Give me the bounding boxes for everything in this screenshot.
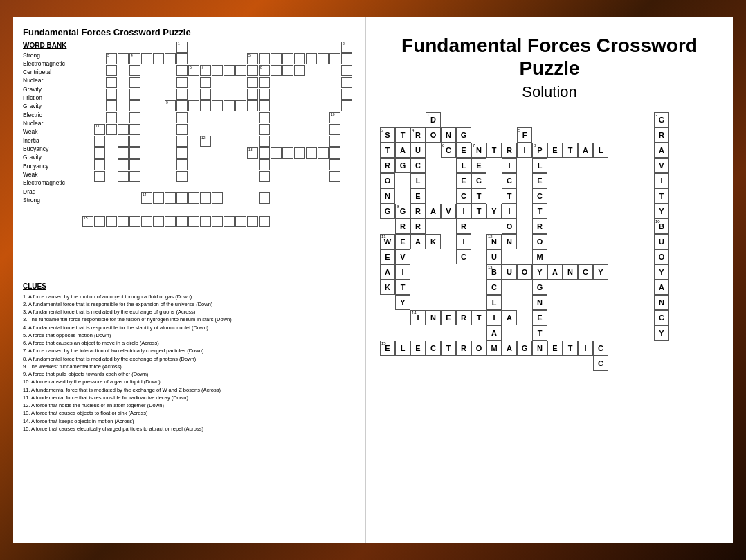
solution-title: Fundamental Forces CrosswordPuzzle: [401, 34, 698, 80]
word-bank-item: Nuclear: [23, 119, 78, 127]
panels-container: Fundamental Forces Crossword Puzzle WORD…: [13, 17, 733, 543]
word-bank-item: Gravity: [23, 153, 78, 161]
left-panel: Fundamental Forces Crossword Puzzle WORD…: [13, 17, 366, 543]
left-panel-title: Fundamental Forces Crossword Puzzle: [23, 27, 356, 37]
word-bank-item: Buoyancy: [23, 162, 78, 170]
word-bank-item: Buoyancy: [23, 145, 78, 153]
word-bank: Strong Electromagnetic Centripetal Nucle…: [23, 51, 78, 205]
clue-item: 10. A force caused by the pressure of a …: [23, 378, 356, 386]
clue-item: 14. A force that keeps objects in motion…: [23, 417, 356, 425]
clue-item: 3. The fundamental force responsible for…: [23, 316, 356, 323]
word-bank-title: WORD BANK: [23, 42, 78, 49]
word-bank-item: Weak: [23, 127, 78, 136]
word-bank-item: Inertia: [23, 136, 78, 145]
clue-item: 7. A force caused by the interaction of …: [23, 347, 356, 354]
word-bank-item: Weak: [23, 170, 78, 179]
word-bank-item: Electric: [23, 111, 78, 119]
clue-item: 4. A fundamental force that is responsib…: [23, 324, 356, 332]
solution-subtitle: Solution: [522, 83, 577, 101]
word-bank-item: Strong: [23, 196, 78, 204]
word-bank-item: Electromagnetic: [23, 60, 78, 68]
clue-item: 13. A force that causes objects to float…: [23, 409, 356, 417]
clue-item: 8. A fundamental force that is mediated …: [23, 355, 356, 363]
word-bank-item: Strong: [23, 51, 78, 60]
clue-item: 6. A force that causes an object to move…: [23, 339, 356, 347]
crossword-grid: 1 2 3 4 5: [82, 42, 356, 277]
clue-item: 12. A force that holds the nucleus of an…: [23, 401, 356, 409]
clues-section: CLUES 1. A force caused by the motion of…: [23, 282, 356, 433]
clues-title: CLUES: [23, 282, 356, 290]
word-bank-item: Gravity: [23, 85, 78, 93]
word-bank-item: Centripetal: [23, 68, 78, 76]
word-bank-item: Electromagnetic: [23, 179, 78, 187]
clue-item: 3. A fundamental force that is mediated …: [23, 308, 356, 316]
solution-grid: 1D 2G 3S T R O N G 5F R 4R T A U: [380, 112, 719, 500]
word-bank-item: Friction: [23, 93, 78, 102]
word-bank-item: Gravity: [23, 102, 78, 110]
clue-item: 2. A fundamental force that is responsib…: [23, 300, 356, 308]
crossword-area: WORD BANK Strong Electromagnetic Centrip…: [23, 42, 356, 277]
clue-item: 11. A fundamental force that is responsi…: [23, 394, 356, 401]
word-bank-column: WORD BANK Strong Electromagnetic Centrip…: [23, 42, 78, 277]
word-bank-item: Nuclear: [23, 76, 78, 84]
clue-item: 15. A force that causes electrically cha…: [23, 425, 356, 433]
right-panel: Fundamental Forces CrosswordPuzzle Solut…: [366, 17, 733, 543]
clue-item: 9. A force that pulls objects towards ea…: [23, 370, 356, 378]
word-bank-item: Drag: [23, 188, 78, 196]
clue-item: 5. A force that opposes motion (Down): [23, 332, 356, 339]
clue-item: 11. A fundamental force that is mediated…: [23, 386, 356, 394]
clue-item: 9. The weakest fundamental force (Across…: [23, 363, 356, 370]
clue-item: 1. A force caused by the motion of an ob…: [23, 293, 356, 300]
